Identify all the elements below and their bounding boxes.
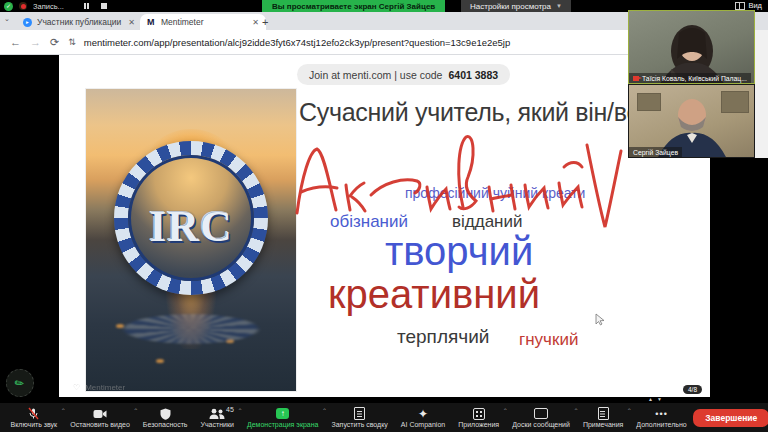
wordcloud-word: креативний [328, 274, 540, 314]
view-settings-button[interactable]: Настройки просмотра ▼ [461, 0, 571, 12]
grid-view-icon [735, 2, 745, 10]
more-button[interactable]: ••• Дополнительно [630, 403, 693, 432]
join-code: 6401 3883 [448, 69, 498, 81]
ai-companion-button[interactable]: ✦ AI Companion [394, 403, 451, 432]
mentimeter-favicon: M [147, 18, 156, 27]
slide-nav-arrows[interactable]: ▲▼ [648, 396, 666, 402]
back-icon[interactable]: ← [10, 36, 21, 48]
participants-icon [209, 407, 225, 420]
pencil-icon: ✎ [12, 375, 27, 391]
security-button[interactable]: Безопасность [136, 403, 194, 432]
more-dots-icon: ••• [655, 407, 667, 420]
slide-counter-badge: 4/8 [683, 385, 702, 394]
tab-zoom[interactable]: ▸ Участник публикации - Zoom ✕ [16, 14, 142, 30]
wordcloud-word: терплячий [397, 327, 489, 346]
close-tab-icon[interactable]: ✕ [128, 18, 135, 27]
notes-icon [598, 407, 609, 420]
irc-logo-text: IRC [114, 201, 268, 252]
screen-share-banner: Вы просматриваете экран Сергій Зайцев [262, 0, 445, 12]
share-screen-button[interactable]: ↑ Демонстрация экрана ⌃ [240, 403, 325, 432]
participant-name-tag: Таїсія Коваль, Київський Палац... [629, 73, 751, 83]
heart-icon: ♡ [73, 383, 80, 392]
view-button[interactable]: Вид [735, 1, 762, 10]
mentimeter-slide: Join at menti.com | use code 6401 3883 С… [59, 55, 710, 397]
shield-icon [160, 407, 171, 420]
laurel-ring: IRC [114, 141, 268, 295]
apps-button[interactable]: Приложения ⌃ [452, 403, 506, 432]
mouse-cursor [595, 313, 605, 326]
video-thumbnail-taisiia[interactable]: Таїсія Коваль, Київський Палац... [628, 10, 755, 84]
summary-doc-icon [354, 407, 365, 420]
recording-camera-icon [633, 76, 639, 81]
join-instruction-pill: Join at menti.com | use code 6401 3883 [297, 64, 510, 85]
stop-recording-button[interactable] [101, 3, 107, 9]
wall-frame [637, 93, 661, 111]
address-input[interactable]: mentimeter.com/app/presentation/alcj92id… [84, 37, 510, 48]
forward-icon[interactable]: → [30, 36, 41, 48]
apps-icon [473, 408, 485, 420]
recording-dot-icon [19, 2, 27, 10]
slide-title: Сучасний учитель, який він/вона? [299, 98, 681, 127]
end-meeting-button[interactable]: Завершение [693, 409, 768, 427]
wordcloud-word: відданий [452, 213, 522, 230]
unmute-button[interactable]: Включить звук ⌃ [4, 403, 64, 432]
start-summary-button[interactable]: Запустить сводку [325, 403, 394, 432]
participants-count: 45 [226, 406, 234, 413]
chevron-down-icon: ▼ [556, 3, 562, 9]
wordcloud-word: обізнаний [330, 213, 408, 230]
tab-search-chevron-icon[interactable]: ⌄ [4, 15, 10, 23]
wordcloud-word: гнучкий [519, 331, 578, 348]
wordcloud-word: творчий [385, 231, 533, 271]
whiteboards-button[interactable]: Доски сообщений ⌃ [506, 403, 577, 432]
ring-reflection [124, 314, 258, 344]
new-tab-button[interactable]: + [262, 16, 268, 28]
microphone-muted-icon [27, 407, 40, 420]
zoom-favicon: ▸ [23, 18, 32, 27]
camera-icon [93, 407, 107, 420]
site-info-icon[interactable]: ⇅ [68, 37, 75, 47]
participant-name-tag: Сергій Зайцев [629, 147, 682, 157]
participants-button[interactable]: 45 Участники ⌃ [194, 403, 240, 432]
ai-sparkle-icon: ✦ [418, 407, 428, 420]
share-screen-icon: ↑ [276, 408, 289, 419]
irc-logo-image: IRC [85, 88, 297, 392]
tab-mentimeter[interactable]: M Mentimeter ✕ [140, 14, 266, 30]
notes-button[interactable]: Примечания ⌃ [576, 403, 629, 432]
video-thumbnails-panel: Таїсія Коваль, Київський Палац... Сергій… [628, 10, 755, 158]
refresh-icon[interactable]: ⟳ [50, 36, 59, 49]
whiteboard-icon [534, 408, 548, 419]
stop-video-button[interactable]: Остановить видео ⌃ [64, 403, 137, 432]
recording-label: Запись... [33, 2, 64, 11]
encryption-shield-icon: ✓ [4, 2, 13, 11]
wall-frame [721, 91, 749, 113]
mentimeter-footer: ♡ Mentimeter [73, 383, 125, 392]
annotation-pencil-button[interactable]: ✎ [6, 369, 34, 397]
zoom-toolbar: Включить звук ⌃ Остановить видео ⌃ Безоп… [0, 403, 768, 432]
video-thumbnail-serhii[interactable]: Сергій Зайцев [628, 84, 755, 158]
page-edge-sliver [755, 30, 768, 158]
pause-recording-button[interactable] [84, 3, 90, 9]
recording-cluster: ✓ Запись... [4, 1, 107, 11]
ring-inner: IRC [128, 155, 254, 281]
close-tab-icon[interactable]: ✕ [252, 18, 259, 27]
wordcloud-word: професійний чуйний креати [405, 186, 585, 200]
